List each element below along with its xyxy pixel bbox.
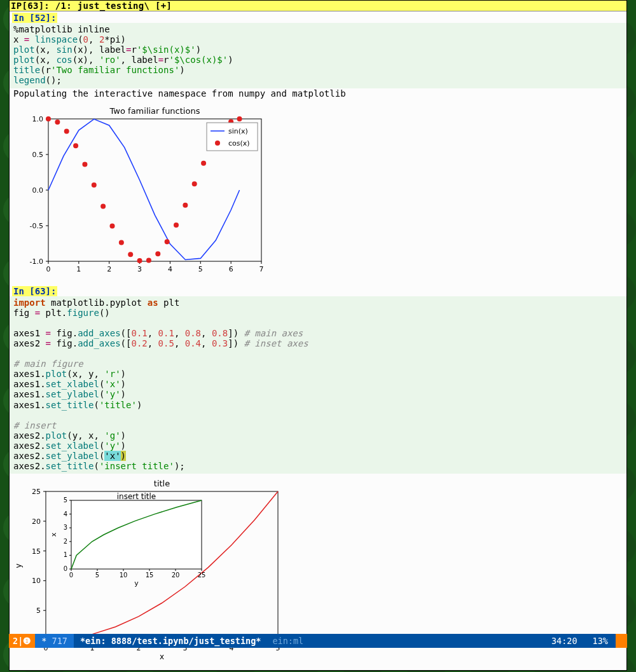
modeline-position: 34:20: [544, 636, 585, 646]
svg-point-53: [215, 141, 220, 146]
svg-text:20: 20: [32, 518, 41, 526]
svg-text:-1.0: -1.0: [30, 257, 43, 266]
window-title-bar[interactable]: IP[63]: /1: just_testing\ [+]: [10, 1, 626, 11]
modeline-buffer-name[interactable]: *ein: 8888/test.ipynb/just_testing* ein:…: [74, 634, 544, 648]
svg-text:1: 1: [64, 552, 67, 559]
svg-rect-83: [71, 500, 202, 569]
svg-text:0: 0: [46, 265, 51, 273]
svg-text:5: 5: [36, 607, 41, 615]
svg-text:-0.5: -0.5: [30, 222, 43, 230]
svg-point-45: [201, 160, 206, 165]
chart-two-familiar-functions: Two familiar functions01234567-1.0-0.50.…: [13, 105, 268, 277]
cell-52-plot: Two familiar functions01234567-1.0-0.50.…: [10, 101, 626, 285]
cell-prompt-63[interactable]: In [63]:: [12, 286, 57, 296]
svg-point-28: [46, 116, 51, 121]
svg-text:25: 25: [198, 572, 206, 579]
svg-text:y: y: [14, 564, 23, 568]
svg-point-44: [192, 181, 197, 186]
svg-point-33: [92, 182, 97, 188]
svg-point-34: [100, 203, 106, 209]
svg-text:0: 0: [64, 565, 67, 572]
svg-text:7: 7: [259, 265, 264, 273]
svg-point-38: [137, 257, 142, 263]
svg-text:insert title: insert title: [117, 492, 156, 501]
svg-text:15: 15: [146, 572, 154, 579]
svg-text:1.0: 1.0: [32, 115, 44, 123]
cell-63: In [63]: import matplotlib.pyplot as plt…: [10, 285, 626, 671]
modeline-major-mode: ein:ml: [272, 636, 303, 646]
modeline-end-cap: [616, 634, 627, 648]
svg-text:2: 2: [107, 265, 111, 273]
svg-text:Two familiar functions: Two familiar functions: [109, 106, 200, 116]
svg-text:cos(x): cos(x): [228, 139, 250, 147]
editor-window: IP[63]: /1: just_testing\ [+] In [52]: %…: [9, 0, 627, 671]
svg-point-49: [237, 116, 242, 121]
svg-text:sin(x): sin(x): [228, 127, 248, 135]
svg-text:1: 1: [76, 265, 81, 273]
modeline-left-badge[interactable]: 2|❶: [9, 634, 35, 648]
modeline-modified-flag[interactable]: * 717: [35, 634, 74, 648]
svg-text:x: x: [160, 652, 164, 661]
svg-point-31: [73, 143, 78, 148]
cell-52-stdout: Populating the interactive namespace fro…: [10, 88, 626, 101]
cell-63-code[interactable]: import matplotlib.pyplot as plt fig = pl…: [10, 296, 626, 474]
svg-point-39: [146, 257, 151, 263]
svg-text:25: 25: [32, 488, 41, 496]
svg-point-41: [165, 239, 170, 244]
svg-text:4: 4: [168, 265, 172, 273]
svg-text:15: 15: [32, 547, 41, 556]
svg-text:3: 3: [137, 265, 142, 273]
svg-text:x: x: [50, 532, 58, 537]
svg-text:5: 5: [198, 265, 203, 273]
svg-text:0.0: 0.0: [32, 186, 44, 195]
cell-52-code[interactable]: %matplotlib inline x = linspace(0, 2*pi)…: [10, 23, 626, 88]
svg-text:0: 0: [69, 572, 73, 579]
svg-text:3: 3: [64, 524, 67, 531]
svg-text:5: 5: [95, 572, 99, 579]
svg-point-30: [64, 128, 69, 134]
svg-point-32: [82, 161, 87, 167]
svg-text:20: 20: [172, 572, 180, 579]
svg-text:10: 10: [32, 577, 41, 586]
svg-text:5: 5: [64, 497, 67, 504]
svg-text:title: title: [154, 479, 170, 488]
svg-point-40: [155, 251, 160, 256]
svg-point-37: [128, 252, 133, 257]
svg-text:6: 6: [229, 265, 233, 273]
svg-point-42: [174, 222, 179, 227]
svg-text:4: 4: [64, 511, 67, 518]
emacs-mode-line[interactable]: 2|❶ * 717 *ein: 8888/test.ipynb/just_tes…: [9, 634, 627, 648]
svg-point-35: [110, 223, 115, 228]
svg-point-29: [55, 120, 60, 125]
cell-52: In [52]: %matplotlib inline x = linspace…: [10, 11, 626, 285]
svg-point-43: [183, 202, 188, 207]
svg-text:2: 2: [64, 538, 67, 545]
modeline-percent: 13%: [585, 636, 616, 646]
svg-point-36: [119, 240, 124, 245]
svg-text:y: y: [134, 579, 139, 587]
svg-text:10: 10: [120, 572, 128, 579]
cell-prompt-52[interactable]: In [52]:: [12, 13, 57, 23]
svg-text:0.5: 0.5: [32, 151, 44, 159]
